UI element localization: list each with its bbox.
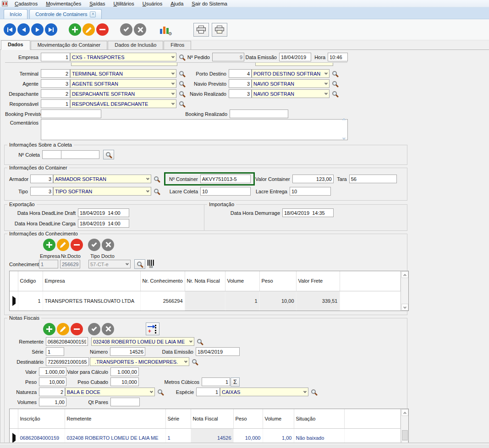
remetente-code-input[interactable] (46, 337, 88, 346)
notas-delete-button[interactable] (71, 323, 83, 335)
nav-next-button[interactable] (31, 23, 44, 36)
edit-button[interactable] (82, 23, 95, 36)
notas-table[interactable]: Inscrição Remetente Série Nota Fiscal Pe… (10, 409, 401, 448)
especie-combo[interactable]: CAIXAS (220, 388, 308, 396)
conhecimento-table[interactable]: Código Empresa Nr. Conhecimento Nr. Nota… (10, 271, 401, 311)
conhecimento-confirm-button[interactable] (88, 239, 100, 251)
navio-previsto-code-input[interactable] (229, 79, 252, 88)
empresa-code-input[interactable] (41, 53, 70, 61)
armador-search-icon[interactable] (154, 176, 159, 181)
booking-realizado-input[interactable] (230, 109, 288, 118)
metros-cubicos-input[interactable] (202, 377, 230, 386)
navio-previsto-search-icon[interactable] (332, 81, 337, 86)
menu-utilitarios[interactable]: Utilitários (109, 0, 138, 7)
demurrage-input[interactable] (282, 208, 334, 217)
chevron-down-icon[interactable] (170, 80, 176, 87)
terminal-search-icon[interactable] (179, 71, 184, 76)
table-row[interactable]: 1 TRANSPORTES TRANSLOVATO LTDA 2566294 1… (10, 291, 401, 311)
tipo-search-icon[interactable] (154, 189, 159, 193)
navio-previsto-combo[interactable]: NAVIO SOFTRAN (252, 79, 330, 88)
nav-previous-button[interactable] (17, 23, 30, 36)
qt-pares-input[interactable] (110, 398, 140, 406)
valor-input[interactable] (39, 367, 66, 376)
barcode-icon[interactable]: 00 (147, 260, 155, 268)
conhecimento-cancel-button[interactable] (102, 239, 114, 251)
peso-input[interactable] (39, 377, 66, 386)
chevron-down-icon[interactable] (323, 90, 329, 98)
scrollbar-thumb[interactable] (402, 430, 408, 440)
print-preview-button[interactable] (193, 23, 209, 37)
lacre-coleta-input[interactable] (200, 187, 251, 196)
delete-button[interactable] (96, 23, 109, 36)
tipo-code-input[interactable] (30, 187, 53, 196)
conhecimento-edit-button[interactable] (57, 239, 69, 251)
import-notas-button[interactable]: + (146, 322, 159, 335)
hora-input[interactable] (328, 53, 348, 61)
chevron-down-icon[interactable] (170, 100, 176, 108)
sum-button[interactable]: Σ (231, 377, 240, 387)
conhecimento-grid-scrollbar[interactable] (401, 271, 408, 311)
terminal-combo[interactable]: TERMINAL SOFTRAN (70, 69, 176, 78)
natureza-combo[interactable]: BALA E DOCE (65, 388, 155, 396)
menu-movimentacoes[interactable]: Movimentações (42, 0, 85, 7)
tab-controle-de-containers[interactable]: Controle de Containers ✕ (29, 9, 102, 19)
serie-input[interactable] (46, 347, 64, 356)
menu-saidas[interactable]: Saídas (85, 0, 109, 7)
chevron-down-icon[interactable] (323, 80, 329, 87)
tab-inicio[interactable]: Início (4, 9, 27, 19)
deadline-carga-input[interactable] (78, 219, 129, 228)
agente-search-icon[interactable] (179, 81, 184, 86)
numero-coleta-input-2[interactable] (61, 150, 99, 159)
menu-sair[interactable]: Sair do Sistema (187, 0, 231, 7)
comentarios-textarea[interactable] (41, 119, 348, 140)
armador-code-input[interactable] (30, 175, 53, 183)
cancel-button[interactable] (134, 23, 146, 36)
chevron-down-icon[interactable] (323, 70, 329, 77)
valor-container-input[interactable] (292, 175, 334, 183)
chevron-down-icon[interactable] (170, 53, 176, 61)
destinatario-code-input[interactable] (46, 357, 89, 366)
notas-add-button[interactable] (43, 323, 55, 335)
tipo-combo[interactable]: TIPO SOFTRAN (53, 187, 151, 196)
chevron-down-icon[interactable] (302, 388, 308, 396)
chart-settings-button[interactable]: ⚙ (159, 23, 172, 36)
nota-data-emissao-input[interactable] (196, 347, 240, 356)
numero-coleta-search-button[interactable] (103, 150, 114, 159)
chevron-down-icon[interactable] (144, 187, 151, 195)
tab-dados-de-inclusao[interactable]: Dados de Inclusão (108, 41, 163, 49)
scroll-up-icon[interactable] (401, 271, 408, 278)
remetente-combo[interactable]: 032408 ROBERTO LOMEU DE LAIA ME (91, 337, 194, 346)
booking-previsto-input[interactable] (41, 109, 101, 118)
remetente-search-icon[interactable] (197, 339, 202, 344)
navio-realizado-code-input[interactable] (229, 89, 252, 98)
tara-input[interactable] (349, 175, 397, 183)
conhecimento-search-button[interactable] (134, 259, 145, 269)
scroll-down-icon[interactable] (401, 304, 408, 311)
terminal-code-input[interactable] (41, 69, 70, 78)
chevron-down-icon[interactable] (187, 338, 194, 345)
responsavel-code-input[interactable] (41, 99, 70, 108)
chevron-down-icon[interactable] (170, 90, 176, 98)
nav-first-button[interactable] (4, 23, 16, 36)
lacre-entrega-input[interactable] (290, 187, 331, 196)
menu-cadastros[interactable]: Cadastros (11, 0, 42, 7)
especie-search-icon[interactable] (311, 389, 316, 394)
navio-realizado-combo[interactable]: NAVIO SOFTRAN (252, 89, 330, 98)
tab-movimentacao-do-container[interactable]: Movimentação do Container (31, 41, 108, 49)
deadline-draft-input[interactable] (78, 208, 129, 217)
menu-usuarios[interactable]: Usuários (138, 0, 166, 7)
navio-realizado-search-icon[interactable] (332, 91, 337, 96)
scroll-up-icon[interactable] (401, 409, 408, 416)
numero-coleta-input-1[interactable] (42, 150, 61, 159)
agente-combo[interactable]: AGENTE SOFTRAN (70, 79, 176, 88)
chevron-down-icon[interactable] (182, 358, 189, 366)
menu-ajuda[interactable]: Ajuda (166, 0, 187, 7)
agente-code-input[interactable] (41, 79, 70, 88)
conhecimento-add-button[interactable] (43, 239, 55, 251)
notas-grid-scrollbar[interactable] (401, 409, 408, 448)
tab-dados[interactable]: Dados (1, 40, 30, 50)
nav-last-button[interactable] (45, 23, 57, 36)
natureza-code-input[interactable] (39, 388, 65, 396)
comentarios-scrollbar[interactable] (341, 119, 347, 140)
notas-confirm-button[interactable] (88, 323, 100, 335)
